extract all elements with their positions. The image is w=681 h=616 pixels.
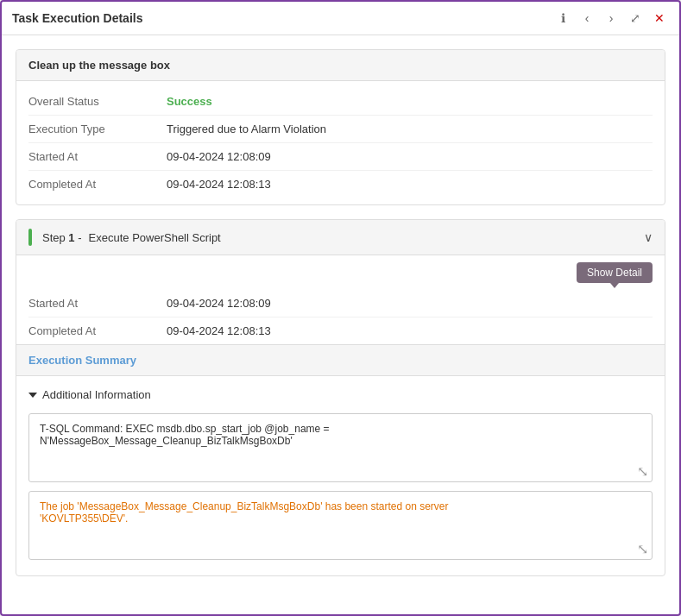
close-icon: ✕ (654, 11, 665, 25)
execution-type-value: Triggered due to Alarm Violation (167, 123, 326, 135)
started-at-label: Started At (28, 150, 167, 163)
close-button[interactable]: ✕ (650, 9, 669, 28)
additional-info-label: Additional Information (42, 388, 151, 401)
overall-status-label: Overall Status (28, 95, 167, 108)
step-header: Step 1 Step 1 - Execute PowerShell Scrip… (16, 220, 665, 255)
details-card: Clean up the message box Overall Status … (16, 49, 665, 205)
show-detail-button[interactable]: Show Detail (577, 262, 653, 283)
execution-summary-header: Execution Summary (16, 344, 665, 376)
back-icon: ‹ (585, 11, 590, 25)
started-at-value: 09-04-2024 12:08:09 (167, 150, 271, 163)
additional-info-header[interactable]: Additional Information (28, 383, 653, 406)
step-completed-at-label: Completed At (28, 324, 167, 337)
started-at-row: Started At 09-04-2024 12:08:09 (28, 143, 653, 171)
completed-at-value: 09-04-2024 12:08:13 (167, 178, 271, 191)
tsql-code-box: T-SQL Command: EXEC msdb.dbo.sp_start_jo… (28, 413, 653, 482)
step-completed-at-row: Completed At 09-04-2024 12:08:13 (28, 317, 653, 344)
step-bar-indicator (28, 229, 32, 246)
step-title: Step 1 Step 1 - Execute PowerShell Scrip… (28, 229, 221, 246)
main-window: Task Execution Details ℹ ‹ › ⤢ ✕ Clean u… (0, 0, 681, 616)
forward-button[interactable]: › (602, 9, 621, 28)
step-body: Show Detail Started At 09-04-2024 12:08:… (16, 255, 665, 344)
triangle-down-icon (28, 393, 37, 398)
completed-at-row: Completed At 09-04-2024 12:08:13 (28, 171, 653, 198)
step-description: Execute PowerShell Script (89, 231, 221, 244)
expand-icon: ⤢ (630, 11, 640, 25)
job-message-box: The job 'MessageBox_Message_Cleanup_BizT… (28, 491, 653, 560)
details-header: Clean up the message box (16, 50, 665, 81)
resize-handle-icon: ⤡ (637, 463, 648, 480)
step-dash: Step 1 - (42, 231, 82, 244)
overall-status-row: Overall Status Success (28, 88, 653, 116)
step-detail-area: Show Detail (28, 255, 653, 290)
main-content: Clean up the message box Overall Status … (2, 35, 679, 614)
details-table: Overall Status Success Execution Type Tr… (16, 81, 665, 204)
step-started-at-label: Started At (28, 297, 167, 310)
tsql-code-text: T-SQL Command: EXEC msdb.dbo.sp_start_jo… (40, 423, 330, 447)
completed-at-label: Completed At (28, 178, 167, 191)
additional-info-section: Additional Information T-SQL Command: EX… (16, 376, 665, 575)
info-button[interactable]: ℹ (553, 9, 572, 28)
forward-icon: › (609, 11, 614, 25)
window-title: Task Execution Details (12, 11, 142, 25)
titlebar-controls: ℹ ‹ › ⤢ ✕ (553, 9, 669, 28)
execution-type-label: Execution Type (28, 123, 167, 135)
execution-type-row: Execution Type Triggered due to Alarm Vi… (28, 116, 653, 143)
step-started-at-row: Started At 09-04-2024 12:08:09 (28, 290, 653, 317)
info-icon: ℹ (561, 11, 565, 25)
step-completed-at-value: 09-04-2024 12:08:13 (167, 324, 271, 337)
resize-handle-icon-2: ⤡ (637, 541, 648, 557)
job-message-text: The job 'MessageBox_Message_Cleanup_BizT… (40, 500, 449, 525)
overall-status-value: Success (167, 95, 212, 108)
expand-button[interactable]: ⤢ (626, 9, 645, 28)
chevron-down-icon[interactable]: ∨ (644, 230, 653, 244)
back-button[interactable]: ‹ (577, 9, 596, 28)
step-started-at-value: 09-04-2024 12:08:09 (167, 297, 271, 310)
step-card: Step 1 Step 1 - Execute PowerShell Scrip… (16, 219, 665, 576)
titlebar: Task Execution Details ℹ ‹ › ⤢ ✕ (2, 2, 679, 35)
